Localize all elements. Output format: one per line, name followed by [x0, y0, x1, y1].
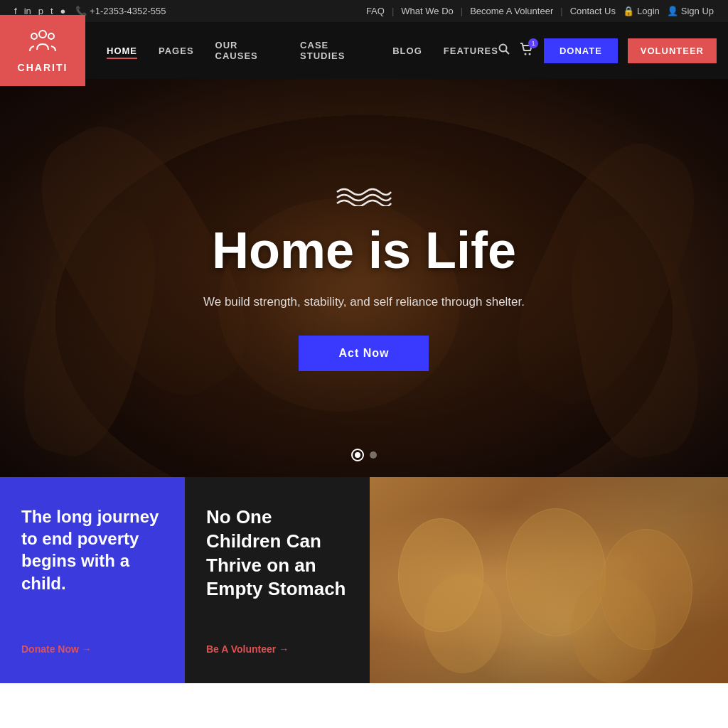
- logo-text: CHARITI: [18, 62, 68, 73]
- hero-content: Home is Life We build strength, stabilit…: [203, 185, 525, 371]
- volunteer-link[interactable]: Become A Volunteer: [470, 6, 553, 16]
- nav-case-studies[interactable]: CASE STUDIES: [300, 40, 371, 61]
- login-button[interactable]: 🔒 Login: [623, 6, 660, 16]
- nav-right: 1 DONATE VOLUNTEER: [498, 38, 717, 63]
- blue-panel: The long journey to end poverty begins w…: [0, 477, 185, 683]
- svg-point-3: [499, 45, 506, 52]
- act-now-button[interactable]: Act Now: [299, 336, 429, 371]
- svg-point-5: [524, 53, 526, 55]
- dot-1[interactable]: [351, 449, 364, 461]
- lock-icon: 🔒: [623, 6, 634, 16]
- hero-section: Home is Life We build strength, stabilit…: [0, 79, 728, 477]
- top-bar-right: FAQ | What We Do | Become A Volunteer | …: [366, 6, 714, 16]
- waves-icon: [203, 185, 525, 211]
- logo-block[interactable]: CHARITI: [0, 15, 85, 86]
- logo-icon: [27, 28, 58, 59]
- svg-point-2: [48, 33, 54, 39]
- cart-badge: 1: [528, 38, 538, 48]
- navbar: CHARITI HOME PAGES OUR CAUSES CASE STUDI…: [0, 22, 728, 79]
- faq-link[interactable]: FAQ: [366, 6, 385, 16]
- be-volunteer-link[interactable]: Be A Volunteer →: [206, 643, 348, 655]
- divider-3: |: [560, 6, 562, 16]
- dark-panel: No One Children Can Thrive on an Empty S…: [185, 477, 370, 683]
- cause-title: No One Children Can Thrive on an Empty S…: [206, 505, 348, 601]
- nav-causes[interactable]: OUR CAUSES: [215, 40, 279, 61]
- svg-point-1: [31, 33, 37, 39]
- bottom-section: The long journey to end poverty begins w…: [0, 477, 728, 683]
- donate-button[interactable]: DONATE: [544, 38, 618, 63]
- children-image-panel: [370, 477, 728, 683]
- svg-point-6: [528, 53, 530, 55]
- svg-line-4: [505, 51, 509, 55]
- hero-subtitle: We build strength, stability, and self r…: [203, 292, 525, 311]
- nav-pages[interactable]: PAGES: [159, 46, 194, 56]
- divider-2: |: [461, 6, 463, 16]
- user-icon: 👤: [667, 6, 678, 16]
- cart-icon[interactable]: 1: [520, 43, 534, 58]
- blue-tagline: The long journey to end poverty begins w…: [21, 505, 164, 594]
- volunteer-button[interactable]: VOLUNTEER: [628, 38, 717, 63]
- contact-link[interactable]: Contact Us: [570, 6, 616, 16]
- nav-blog[interactable]: BLOG: [392, 46, 422, 56]
- divider-1: |: [392, 6, 394, 16]
- what-we-do-link[interactable]: What We Do: [401, 6, 453, 16]
- nav-features[interactable]: FEATURES: [444, 46, 498, 56]
- nav-links: HOME PAGES OUR CAUSES CASE STUDIES BLOG …: [107, 40, 498, 61]
- donate-now-link[interactable]: Donate Now →: [21, 643, 164, 655]
- hero-title: Home is Life: [203, 224, 525, 278]
- dot-2[interactable]: [370, 451, 377, 459]
- top-bar: f in p t ● 📞 +1-2353-4352-555 FAQ | What…: [0, 0, 728, 22]
- svg-point-0: [39, 31, 46, 38]
- phone-number: 📞 +1-2353-4352-555: [75, 6, 166, 16]
- hero-dots: [351, 449, 377, 461]
- nav-home[interactable]: HOME: [107, 46, 137, 56]
- signup-button[interactable]: 👤 Sign Up: [667, 6, 714, 16]
- search-icon[interactable]: [498, 43, 510, 58]
